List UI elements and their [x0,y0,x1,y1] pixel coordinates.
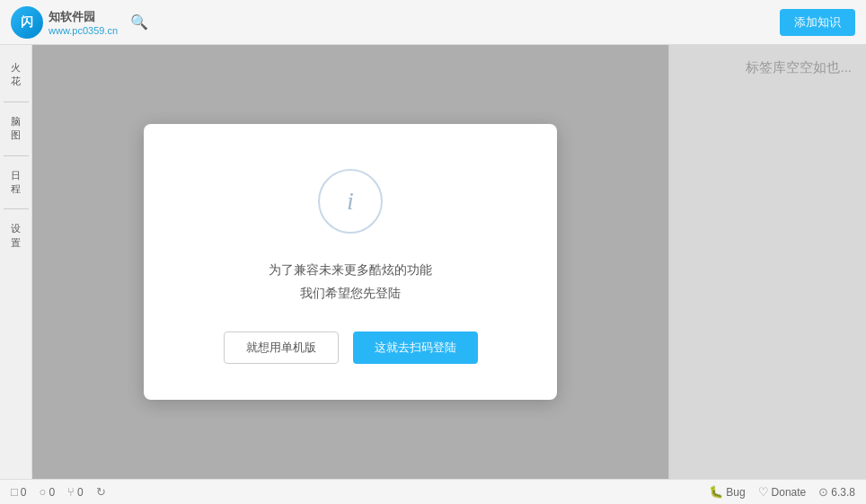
refresh-icon: ↻ [96,485,106,499]
sidebar-item-settings[interactable]: 设置 [0,215,31,257]
sidebar-divider-3 [4,208,29,209]
count3-value: 0 [77,486,84,499]
status-count-2: ○ 0 [40,485,56,499]
login-button[interactable]: 这就去扫码登陆 [353,332,478,364]
main-layout: 火花 脑图 日程 设置 i 为了兼容未来更多酷炫的功能 我们希望您先登陆 [0,45,866,479]
tag-library-empty: 标签库空空如也... [684,59,852,76]
right-panel: 标签库空空如也... [668,45,866,479]
search-icon[interactable]: 🔍 [130,13,148,31]
sidebar-label-schedule: 日程 [11,169,21,197]
branch-icon: ⑂ [67,485,75,499]
sidebar-item-schedule[interactable]: 日程 [0,162,31,204]
bug-icon: 🐛 [709,485,723,499]
solo-mode-button[interactable]: 就想用单机版 [224,332,339,364]
sidebar-divider-2 [4,155,29,156]
sidebar-divider-1 [4,102,29,102]
status-count-1: □ 0 [11,485,27,499]
sidebar-item-mindmap[interactable]: 脑图 [0,108,31,150]
count1-value: 0 [21,486,27,499]
sidebar-item-spark[interactable]: 火花 [0,54,31,96]
modal-info-icon: i [318,169,383,234]
circle-icon-1: ○ [40,485,47,499]
topbar: 闪 知软件园 www.pc0359.cn 🔍 添加知识 [0,0,866,45]
info-char: i [347,187,354,216]
version-icon: ⊙ [818,485,828,499]
modal-buttons: 就想用单机版 这就去扫码登陆 [224,332,478,364]
heart-icon: ♡ [758,485,769,499]
add-knowledge-button[interactable]: 添加知识 [780,9,855,36]
bug-button[interactable]: 🐛 Bug [709,485,745,499]
square-icon-1: □ [11,485,18,499]
sidebar-label-mindmap: 脑图 [11,115,21,143]
statusbar-right: 🐛 Bug ♡ Donate ⊙ 6.3.8 [709,485,855,499]
version-info: ⊙ 6.3.8 [818,485,855,499]
sidebar: 火花 脑图 日程 设置 [0,45,32,479]
site-name: 知软件园 [49,9,118,25]
donate-label: Donate [772,486,807,499]
modal-dialog: i 为了兼容未来更多酷炫的功能 我们希望您先登陆 就想用单机版 这就去扫码登陆 [144,124,557,399]
donate-button[interactable]: ♡ Donate [758,485,807,499]
modal-line2: 我们希望您先登陆 [269,282,432,305]
count2-value: 0 [49,486,55,499]
site-info: 知软件园 www.pc0359.cn [49,9,118,36]
statusbar-left: □ 0 ○ 0 ⑂ 0 ↻ [11,485,696,499]
modal-text: 为了兼容未来更多酷炫的功能 我们希望您先登陆 [269,259,432,304]
content-area: i 为了兼容未来更多酷炫的功能 我们希望您先登陆 就想用单机版 这就去扫码登陆 [32,45,668,479]
statusbar: □ 0 ○ 0 ⑂ 0 ↻ 🐛 Bug ♡ Donate ⊙ 6.3.8 [0,479,866,504]
modal-overlay: i 为了兼容未来更多酷炫的功能 我们希望您先登陆 就想用单机版 这就去扫码登陆 [32,45,668,479]
logo-icon: 闪 [11,6,43,39]
sidebar-label-settings: 设置 [11,222,21,250]
logo-char: 闪 [21,14,33,31]
logo-area: 闪 知软件园 www.pc0359.cn [11,6,118,39]
modal-line1: 为了兼容未来更多酷炫的功能 [269,259,432,281]
sidebar-label-spark: 火花 [11,61,21,89]
version-number: 6.3.8 [831,486,855,499]
site-url: www.pc0359.cn [49,25,118,36]
status-count-3: ⑂ 0 [67,485,84,499]
bug-label: Bug [726,486,745,499]
refresh-status[interactable]: ↻ [96,485,106,499]
